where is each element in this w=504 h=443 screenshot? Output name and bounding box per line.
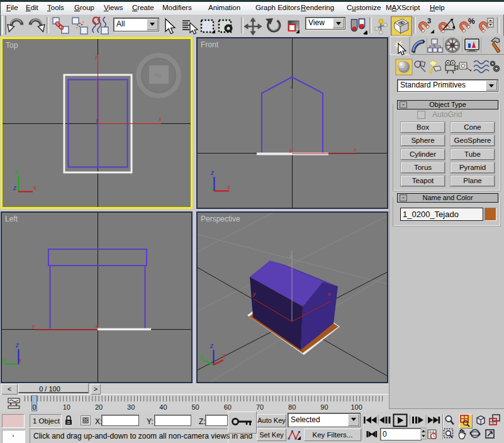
svg-text:top: top xyxy=(155,72,162,78)
svg-text:40: 40 xyxy=(159,403,167,411)
svg-text:x: x xyxy=(221,352,226,359)
svg-text:y: y xyxy=(199,352,204,359)
svg-text:z: z xyxy=(15,342,19,349)
svg-text:x: x xyxy=(353,147,357,153)
svg-text:90: 90 xyxy=(320,403,328,411)
svg-text:z: z xyxy=(290,84,293,89)
svg-text:x: x xyxy=(95,323,99,329)
svg-text:20: 20 xyxy=(95,403,103,411)
svg-text:80: 80 xyxy=(288,403,296,411)
svg-text:x: x xyxy=(327,291,331,297)
svg-text:100: 100 xyxy=(350,403,362,411)
svg-text:y: y xyxy=(94,53,98,60)
svg-text:50: 50 xyxy=(191,403,199,411)
svg-text:x: x xyxy=(33,184,37,191)
svg-text:10: 10 xyxy=(63,403,70,411)
svg-text:0: 0 xyxy=(32,403,36,411)
svg-text:30: 30 xyxy=(127,403,135,411)
svg-text:y: y xyxy=(14,168,19,175)
svg-text:x: x xyxy=(18,357,22,364)
svg-text:z: z xyxy=(210,342,213,349)
svg-text:y: y xyxy=(2,357,6,364)
svg-text:x: x xyxy=(227,184,231,191)
svg-text:z: z xyxy=(96,118,98,123)
svg-text:z: z xyxy=(210,169,214,176)
svg-text:70: 70 xyxy=(256,403,264,411)
svg-text:z: z xyxy=(13,184,16,191)
svg-text:y: y xyxy=(31,323,35,329)
svg-text:60: 60 xyxy=(224,403,232,411)
svg-text:y: y xyxy=(252,291,256,297)
svg-text:y: y xyxy=(210,185,214,191)
svg-text:%: % xyxy=(468,17,475,26)
svg-text:x: x xyxy=(158,116,162,122)
svg-text:z: z xyxy=(289,254,292,259)
svg-text:y: y xyxy=(289,147,293,153)
svg-text:3: 3 xyxy=(427,17,431,25)
